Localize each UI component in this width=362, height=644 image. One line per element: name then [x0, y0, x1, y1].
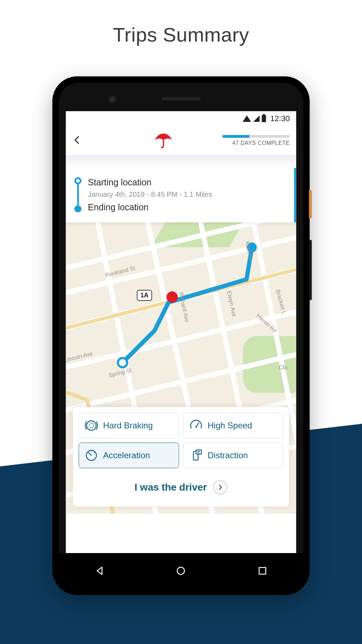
event-label: Hard Braking — [103, 421, 153, 431]
svg-rect-13 — [196, 450, 201, 454]
ending-location-label: Ending location — [88, 202, 289, 212]
brand-logo — [154, 131, 173, 150]
wifi-icon — [242, 115, 251, 122]
card-accent — [294, 168, 296, 222]
svg-line-10 — [88, 452, 89, 453]
android-home-button[interactable] — [173, 563, 189, 579]
progress-label: 47 DAYS COMPLETE — [223, 140, 290, 146]
phone-frame: 12:30 47 DAYS COMPLETE — [53, 76, 310, 595]
progress-fill — [223, 135, 249, 138]
trip-summary-card[interactable]: Starting location January 4th, 2019 - 8:… — [66, 168, 296, 222]
trip-connector — [74, 177, 82, 212]
high-speed-button[interactable]: High Speed — [183, 413, 284, 438]
phone-power-button — [309, 190, 312, 218]
event-panel: Hard Braking High Speed — [73, 407, 289, 507]
header-shadow — [66, 155, 296, 168]
umbrella-icon — [154, 131, 173, 149]
end-marker-icon — [75, 205, 82, 212]
app-header: 47 DAYS COMPLETE — [66, 126, 296, 155]
android-back-button[interactable] — [92, 563, 107, 579]
phone-camera — [109, 96, 116, 103]
svg-line-11 — [94, 452, 95, 453]
gauge-icon — [85, 449, 98, 462]
chevron-left-icon — [72, 135, 82, 145]
clock-text: 12:30 — [270, 114, 290, 123]
svg-point-1 — [118, 358, 127, 367]
brake-icon — [85, 419, 98, 432]
svg-point-6 — [195, 426, 197, 428]
svg-point-16 — [177, 567, 185, 574]
route-badge: 1A — [137, 290, 152, 301]
svg-point-4 — [89, 423, 94, 428]
chevron-right-icon — [213, 480, 227, 494]
triangle-back-icon — [93, 565, 105, 577]
distraction-button[interactable]: Distraction — [183, 443, 284, 468]
acceleration-button[interactable]: Acceleration — [79, 443, 179, 468]
phone-screen: 12:30 47 DAYS COMPLETE — [66, 111, 296, 553]
i-was-the-driver-button[interactable]: I was the driver — [79, 474, 284, 501]
android-nav-bar — [59, 553, 303, 589]
back-button[interactable] — [72, 134, 87, 148]
page-title: Trips Summary — [0, 23, 362, 46]
trip-meta-text: January 4th, 2019 - 8:45 PM - 1.1 Miles — [88, 190, 289, 199]
trip-map[interactable]: 1A Rockland St Kent St Richard Ave Elwyn… — [66, 222, 296, 514]
speedometer-icon — [189, 419, 203, 432]
square-recents-icon — [257, 565, 269, 577]
phone-message-icon — [189, 449, 203, 462]
starting-location-label: Starting location — [88, 177, 289, 188]
hard-braking-button[interactable]: Hard Braking — [79, 413, 179, 438]
circle-home-icon — [175, 565, 187, 577]
battery-icon — [262, 115, 266, 122]
svg-point-3 — [87, 421, 96, 431]
event-label: Acceleration — [103, 450, 150, 460]
event-label: Distraction — [208, 450, 248, 460]
android-recents-button[interactable] — [255, 563, 270, 579]
status-bar: 12:30 — [66, 111, 296, 126]
signal-icon — [253, 115, 259, 122]
svg-rect-17 — [259, 568, 266, 574]
phone-speaker — [161, 97, 201, 101]
start-marker-icon — [75, 177, 82, 184]
event-label: High Speed — [208, 421, 252, 431]
svg-line-8 — [89, 453, 92, 455]
svg-point-2 — [166, 291, 178, 303]
progress-bar — [223, 135, 290, 138]
progress-section: 47 DAYS COMPLETE — [223, 135, 290, 146]
driver-button-label: I was the driver — [135, 482, 207, 493]
phone-volume-button — [309, 240, 312, 300]
street-label: Clo — [279, 364, 287, 371]
